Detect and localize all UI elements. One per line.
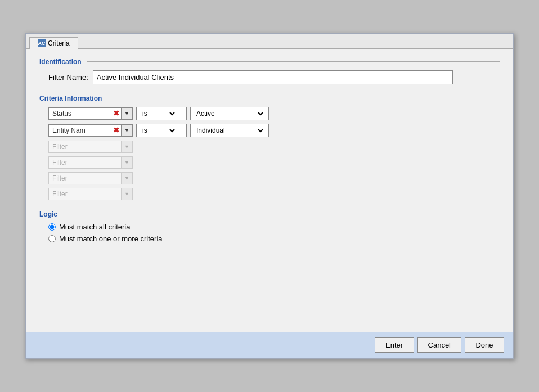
field-clear-1[interactable]: ✖	[111, 108, 121, 119]
value-select-1[interactable]: Active Inactive	[190, 107, 269, 120]
empty-filter-dropdown-5[interactable]: ▼	[121, 173, 132, 184]
cancel-button[interactable]: Cancel	[417, 337, 461, 353]
tab-criteria[interactable]: AC Criteria	[29, 37, 78, 49]
criteria-section: Criteria Information Status ✖ ▼ is is no…	[39, 94, 500, 200]
filter-name-input[interactable]	[93, 70, 453, 84]
field-label-2: Entity Nam	[49, 125, 111, 136]
field-dropdown-2[interactable]: ▼	[121, 125, 132, 136]
empty-filter-dropdown-4[interactable]: ▼	[121, 157, 132, 168]
radio-any[interactable]	[48, 235, 56, 242]
criteria-grid: Status ✖ ▼ is is not contains	[39, 107, 500, 200]
value-dropdown-2[interactable]: Individual Organization	[194, 126, 265, 135]
empty-filter-3[interactable]: Filter ▼	[48, 141, 133, 153]
value-dropdown-1[interactable]: Active Inactive	[194, 109, 265, 118]
empty-filter-6[interactable]: Filter ▼	[48, 188, 133, 200]
logic-options: Must match all criteria Must match one o…	[39, 223, 500, 243]
dialog-body: Identification Filter Name: Criteria Inf…	[26, 49, 513, 332]
identification-header: Identification	[39, 58, 500, 66]
empty-filter-label-6: Filter	[49, 188, 121, 200]
empty-filter-dropdown-6[interactable]: ▼	[121, 188, 132, 200]
criteria-row-2: Entity Nam ✖ ▼ is is not contains Ind	[48, 124, 500, 137]
tab-bar: AC Criteria	[26, 34, 513, 49]
field-clear-2[interactable]: ✖	[111, 125, 121, 136]
tab-icon: AC	[38, 39, 46, 47]
empty-filter-dropdown-3[interactable]: ▼	[121, 141, 132, 152]
criteria-row-1: Status ✖ ▼ is is not contains	[48, 107, 500, 120]
logic-header: Logic	[39, 210, 500, 218]
empty-filter-5[interactable]: Filter ▼	[48, 172, 133, 184]
operator-dropdown-1[interactable]: is is not contains	[140, 109, 177, 118]
value-select-2[interactable]: Individual Organization	[190, 124, 269, 137]
field-select-1[interactable]: Status ✖ ▼	[48, 107, 133, 120]
logic-option-any[interactable]: Must match one or more criteria	[48, 235, 500, 243]
tab-label: Criteria	[48, 39, 70, 47]
identification-section: Identification Filter Name:	[39, 58, 500, 84]
filter-name-row: Filter Name:	[39, 70, 500, 84]
logic-option-all[interactable]: Must match all criteria	[48, 223, 500, 231]
operator-dropdown-2[interactable]: is is not contains	[140, 126, 177, 135]
criteria-row-5: Filter ▼	[48, 172, 500, 184]
operator-select-2[interactable]: is is not contains	[136, 124, 187, 137]
empty-filter-label-3: Filter	[49, 141, 121, 152]
done-button[interactable]: Done	[465, 337, 504, 353]
field-dropdown-1[interactable]: ▼	[121, 108, 132, 119]
dialog: AC Criteria Identification Filter Name: …	[25, 33, 514, 359]
filter-name-label: Filter Name:	[48, 73, 88, 82]
field-label-1: Status	[49, 108, 111, 119]
criteria-row-4: Filter ▼	[48, 156, 500, 169]
field-select-2[interactable]: Entity Nam ✖ ▼	[48, 124, 133, 137]
empty-filter-label-5: Filter	[49, 173, 121, 184]
radio-all[interactable]	[48, 223, 56, 231]
criteria-header: Criteria Information	[39, 94, 500, 102]
criteria-row-6: Filter ▼	[48, 188, 500, 200]
enter-button[interactable]: Enter	[375, 337, 414, 353]
empty-filter-4[interactable]: Filter ▼	[48, 156, 133, 169]
logic-section: Logic Must match all criteria Must match…	[39, 210, 500, 243]
empty-filter-label-4: Filter	[49, 157, 121, 168]
criteria-row-3: Filter ▼	[48, 141, 500, 153]
dialog-footer: Enter Cancel Done	[26, 332, 513, 358]
operator-select-1[interactable]: is is not contains	[136, 107, 187, 120]
